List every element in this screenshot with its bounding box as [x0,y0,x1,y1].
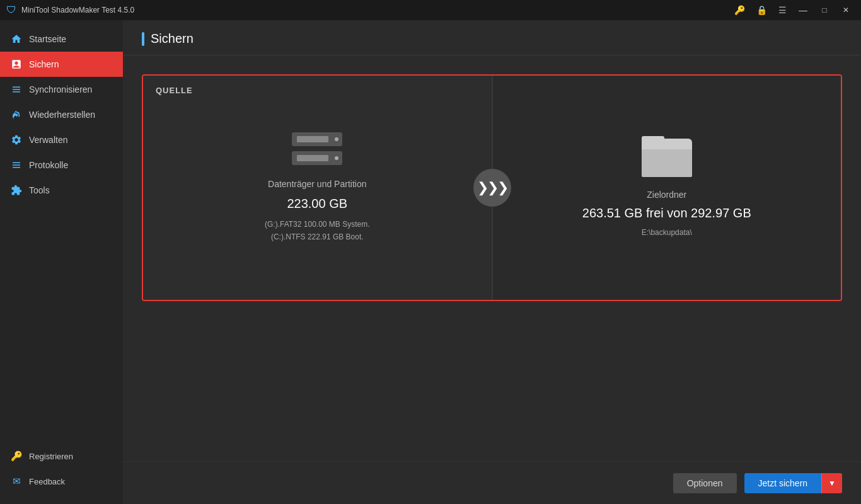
app-logo-icon: 🛡 [6,4,16,16]
sidebar-label-wiederherstellen: Wiederherstellen [29,110,95,120]
sidebar-label-feedback: Feedback [29,477,65,486]
minimize-button[interactable]: — [794,1,812,19]
backup-button-container: Jetzt sichern ▼ [744,473,842,493]
content-area: Sichern QUELLE ZIEL [123,20,861,504]
content-header: Sichern [123,20,861,55]
folder-icon [642,136,692,177]
lock-icon[interactable]: 🔒 [753,4,771,16]
source-panel[interactable]: Datenträger und Partition 223.00 GB (G:)… [143,76,492,300]
manage-icon [10,134,23,146]
sidebar-item-protokolle[interactable]: Protokolle [0,152,123,178]
title-bar-controls: 🔑 🔒 ☰ — □ ✕ [731,1,855,19]
disk-slot-1 [292,132,342,146]
options-button[interactable]: Optionen [673,473,737,493]
sidebar-label-protokolle: Protokolle [29,160,68,170]
backup-icon [10,58,23,71]
dest-free-space: 263.51 GB frei von 292.97 GB [582,206,751,220]
sidebar: Startseite Sichern Synchronisieren Wiede… [0,20,123,504]
dest-panel[interactable]: Zielordner 263.51 GB frei von 292.97 GB … [493,76,841,300]
backup-dropdown-button[interactable]: ▼ [821,473,842,493]
sidebar-label-synchronisieren: Synchronisieren [29,84,92,94]
sidebar-bottom: 🔑 Registrieren ✉ Feedback [0,444,123,504]
sidebar-item-synchronisieren[interactable]: Synchronisieren [0,77,123,102]
sidebar-label-sichern: Sichern [29,59,59,69]
maximize-button[interactable]: □ [816,1,833,19]
source-size: 223.00 GB [287,197,347,211]
source-detail: (G:).FAT32 100.00 MB System. (C:).NTFS 2… [265,219,370,243]
arrow-text: ❯❯❯ [477,180,507,196]
sidebar-label-tools: Tools [29,185,50,195]
disk-slot-2 [292,151,342,165]
sidebar-nav: Startseite Sichern Synchronisieren Wiede… [0,20,123,444]
sidebar-item-sichern[interactable]: Sichern [0,52,123,77]
header-accent-bar [142,32,144,46]
feedback-icon: ✉ [10,475,23,488]
disk-slot-dot-2 [335,156,338,160]
menu-icon[interactable]: ☰ [775,4,790,16]
source-subtitle: Datenträger und Partition [268,179,366,189]
sync-icon [10,83,23,96]
source-panel-label: QUELLE [156,86,193,95]
dest-subtitle: Zielordner [647,190,686,200]
title-bar-left: 🛡 MiniTool ShadowMaker Test 4.5.0 [6,4,134,16]
backup-area: QUELLE ZIEL Datenträger und Partition 22 [123,55,861,461]
backup-panels: QUELLE ZIEL Datenträger und Partition 22 [142,74,842,301]
title-bar: 🛡 MiniTool ShadowMaker Test 4.5.0 🔑 🔒 ☰ … [0,0,861,20]
disk-slot-dot-1 [335,137,338,141]
sidebar-item-registrieren[interactable]: 🔑 Registrieren [0,444,123,469]
page-title: Sichern [151,32,194,46]
arrow-circle: ❯❯❯ [473,169,511,207]
app-title: MiniTool ShadowMaker Test 4.5.0 [21,6,134,14]
log-icon [10,159,23,171]
sidebar-item-feedback[interactable]: ✉ Feedback [0,469,123,494]
sidebar-label-verwalten: Verwalten [29,135,67,145]
sidebar-label-startseite: Startseite [29,34,66,44]
sidebar-item-verwalten[interactable]: Verwalten [0,127,123,152]
home-icon [10,33,23,45]
key-icon[interactable]: 🔑 [731,4,749,16]
main-layout: Startseite Sichern Synchronisieren Wiede… [0,20,861,504]
folder-open [642,149,692,177]
sidebar-label-registrieren: Registrieren [29,452,73,461]
sidebar-item-tools[interactable]: Tools [0,178,123,203]
close-button[interactable]: ✕ [837,1,855,19]
restore-icon [10,108,23,121]
register-icon: 🔑 [10,450,23,462]
tools-icon [10,184,23,197]
bottom-bar: Optionen Jetzt sichern ▼ [123,461,861,504]
disk-icon [292,132,342,165]
sidebar-item-wiederherstellen[interactable]: Wiederherstellen [0,102,123,127]
dest-path: E:\backupdata\ [642,227,692,239]
sidebar-item-startseite[interactable]: Startseite [0,26,123,52]
backup-now-button[interactable]: Jetzt sichern [744,473,822,493]
